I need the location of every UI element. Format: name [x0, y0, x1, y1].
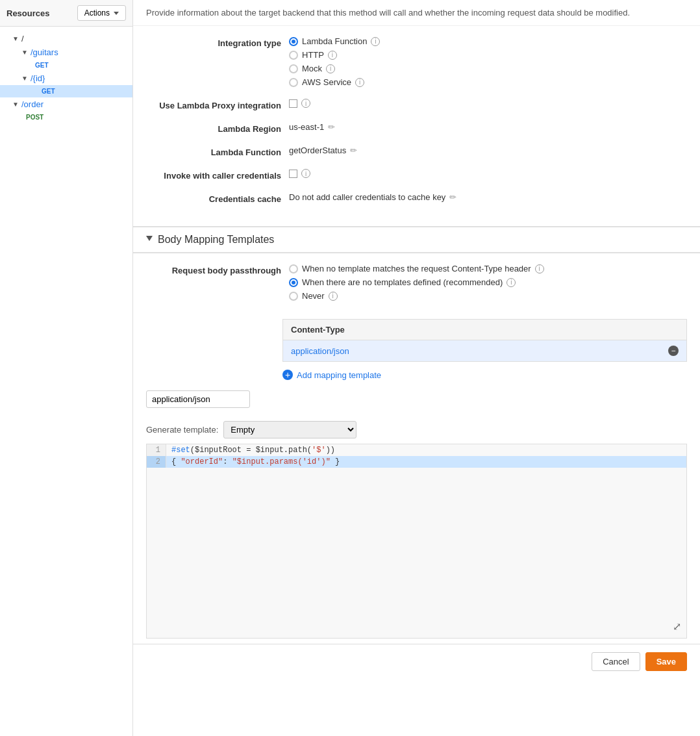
generate-label: Generate template:: [146, 425, 218, 435]
radio-never[interactable]: Never i: [289, 291, 687, 301]
sidebar: Resources Actions ▼ / ▼ /guitars GET: [0, 0, 133, 736]
tree-item-id-get[interactable]: GET: [0, 85, 132, 97]
lambda-function-value-row: getOrderStatus ✏: [289, 146, 687, 155]
radio-lambda[interactable]: Lambda Function i: [289, 36, 687, 46]
tree-item-guitars-get[interactable]: GET: [0, 59, 132, 71]
sidebar-header: Resources Actions: [0, 0, 132, 27]
generate-template-select[interactable]: Empty Method Request passthrough: [223, 421, 356, 438]
resource-tree: ▼ / ▼ /guitars GET ▼ /{id} GET: [0, 27, 132, 129]
radio-never-circle: [289, 292, 298, 301]
creds-cache-row: Credentials cache Do not add caller cred…: [146, 192, 687, 204]
tree-item-guitars[interactable]: ▼ /guitars: [0, 45, 132, 59]
aws-info-icon[interactable]: i: [355, 78, 364, 87]
tree-item-order-post[interactable]: POST: [0, 111, 132, 123]
add-template-row: + Add mapping template: [282, 370, 687, 380]
passthrough-control: When no template matches the request Con…: [289, 264, 687, 301]
code-editor[interactable]: 1 #set($inputRoot = $input.path('$')) 2 …: [146, 444, 687, 639]
actions-button[interactable]: Actions: [77, 5, 126, 21]
creds-cache-control: Do not add caller credentials to cache k…: [289, 192, 687, 202]
code-line-1: 1 #set($inputRoot = $input.path('$')): [147, 444, 686, 456]
add-template-icon[interactable]: +: [282, 370, 293, 380]
lambda-region-value: us-east-1: [289, 122, 324, 132]
tree-toggle-order: ▼: [12, 101, 19, 108]
method-badge-id-get: GET: [39, 87, 58, 95]
actions-label: Actions: [84, 8, 110, 18]
http-info-icon[interactable]: i: [328, 51, 337, 60]
never-info-icon[interactable]: i: [329, 292, 338, 301]
creds-cache-value-row: Do not add caller credentials to cache k…: [289, 192, 687, 202]
lambda-proxy-row: Use Lambda Proxy integration i: [146, 99, 687, 110]
creds-cache-edit-icon[interactable]: ✏: [449, 192, 456, 202]
radio-when-no-match-circle: [289, 264, 298, 273]
radio-never-label: Never: [302, 291, 325, 301]
lambda-function-label: Lambda Function: [146, 146, 289, 157]
lambda-info-icon[interactable]: i: [371, 37, 380, 46]
code-set-keyword: #set: [171, 446, 190, 455]
radio-lambda-circle: [289, 37, 298, 46]
passthrough-row: Request body passthrough When no templat…: [146, 264, 687, 301]
integration-section: Integration type Lambda Function i HTTP …: [133, 26, 700, 226]
tree-label-guitars: /guitars: [31, 47, 58, 57]
radio-aws-label: AWS Service: [302, 77, 351, 87]
radio-when-no-templates-label: When there are no templates defined (rec…: [302, 277, 503, 287]
generate-row: Generate template: Empty Method Request …: [133, 416, 700, 444]
cancel-button[interactable]: Cancel: [592, 652, 640, 671]
passthrough-section: Request body passthrough When no templat…: [133, 253, 700, 319]
invoke-creds-checkbox[interactable]: [289, 170, 297, 178]
radio-http[interactable]: HTTP i: [289, 50, 687, 60]
lambda-proxy-control: i: [289, 99, 687, 108]
radio-when-no-match[interactable]: When no template matches the request Con…: [289, 264, 687, 273]
invoke-creds-control: i: [289, 169, 687, 178]
content-type-table: Content-Type application/json −: [282, 319, 687, 362]
radio-mock[interactable]: Mock i: [289, 64, 687, 73]
radio-when-no-templates[interactable]: When there are no templates defined (rec…: [289, 277, 687, 287]
remove-content-type-button[interactable]: −: [668, 346, 679, 356]
lambda-region-edit-icon[interactable]: ✏: [328, 122, 335, 132]
method-badge-order-post: POST: [23, 113, 46, 121]
lambda-region-row: Lambda Region us-east-1 ✏: [146, 122, 687, 134]
code-content-1: #set($inputRoot = $input.path('$')): [166, 444, 340, 456]
tree-item-id[interactable]: ▼ /{id}: [0, 71, 132, 85]
when-no-match-info-icon[interactable]: i: [535, 264, 544, 273]
save-button[interactable]: Save: [645, 652, 687, 671]
lambda-region-value-row: us-east-1 ✏: [289, 122, 687, 132]
integration-type-control: Lambda Function i HTTP i Mock i: [289, 36, 687, 87]
when-no-templates-info-icon[interactable]: i: [506, 278, 516, 287]
lambda-proxy-checkbox[interactable]: [289, 99, 297, 108]
code-content-2: { "orderId": "$input.params('id')" }: [166, 456, 345, 468]
method-badge-guitars-get: GET: [32, 61, 51, 70]
radio-when-no-match-label: When no template matches the request Con…: [302, 264, 531, 273]
line-num-2: 2: [147, 456, 166, 468]
template-name-input[interactable]: [146, 390, 250, 408]
mock-info-icon[interactable]: i: [326, 64, 335, 73]
lambda-proxy-info-icon[interactable]: i: [301, 99, 310, 108]
radio-mock-label: Mock: [302, 64, 322, 73]
main-content: Provide information about the target bac…: [133, 0, 700, 736]
radio-aws[interactable]: AWS Service i: [289, 77, 687, 87]
tree-toggle-id: ▼: [21, 75, 29, 82]
invoke-creds-label: Invoke with caller credentials: [146, 169, 289, 181]
lambda-function-edit-icon[interactable]: ✏: [350, 146, 357, 155]
tree-item-root[interactable]: ▼ /: [0, 32, 132, 45]
add-template-link[interactable]: Add mapping template: [297, 370, 381, 380]
invoke-creds-info-icon[interactable]: i: [301, 169, 310, 178]
radio-aws-circle: [289, 78, 298, 87]
radio-when-no-templates-circle: [289, 278, 298, 287]
integration-type-label: Integration type: [146, 36, 289, 48]
actions-caret-icon: [114, 12, 119, 15]
line-num-1: 1: [147, 444, 166, 456]
tree-label-root: /: [21, 34, 24, 44]
invoke-creds-checkbox-row: i: [289, 169, 687, 178]
lambda-region-label: Lambda Region: [146, 122, 289, 134]
template-input-section: [133, 390, 700, 416]
lambda-function-control: getOrderStatus ✏: [289, 146, 687, 155]
content-type-link[interactable]: application/json: [291, 346, 349, 356]
sidebar-title: Resources: [6, 8, 49, 18]
creds-cache-label: Credentials cache: [146, 192, 289, 204]
expand-editor-icon[interactable]: ⤢: [673, 620, 681, 633]
radio-lambda-label: Lambda Function: [302, 36, 367, 46]
code-line-2: 2 { "orderId": "$input.params('id')" }: [147, 456, 686, 468]
tree-toggle-root: ▼: [12, 35, 19, 43]
collapse-arrow-icon[interactable]: [146, 236, 153, 244]
tree-item-order[interactable]: ▼ /order: [0, 97, 132, 111]
